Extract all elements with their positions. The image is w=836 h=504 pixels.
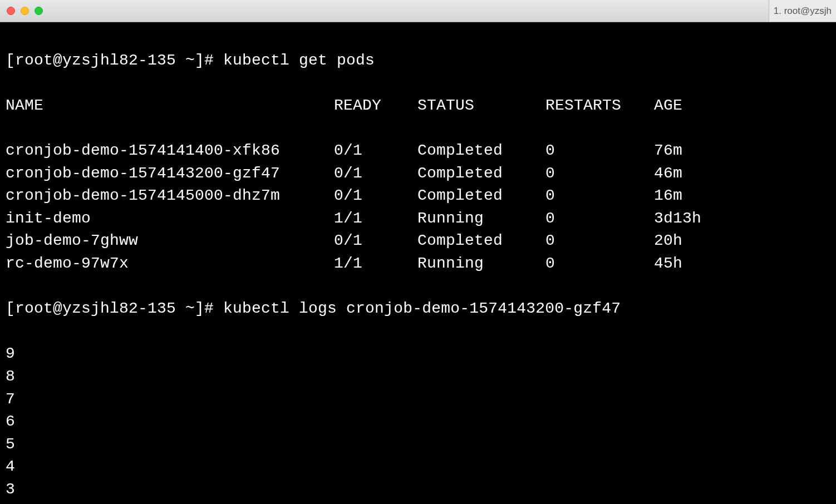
command-text: kubectl logs cronjob-demo-1574143200-gzf… — [223, 298, 621, 320]
window-titlebar: 1. root@yzsjh — [0, 0, 836, 22]
cell-name: rc-demo-97w7x — [6, 253, 334, 275]
table-header-row: NAMEREADYSTATUSRESTARTSAGE — [6, 95, 830, 117]
minimize-icon[interactable] — [21, 7, 29, 15]
cell-age: 76m — [654, 140, 830, 162]
cell-status: Running — [417, 207, 545, 230]
shell-prompt: [root@yzsjhl82-135 ~]# — [6, 50, 223, 72]
traffic-lights — [7, 7, 43, 15]
command-line: [root@yzsjhl82-135 ~]# kubectl logs cron… — [6, 298, 830, 320]
log-line: 5 — [6, 433, 830, 456]
cell-status: Completed — [417, 140, 545, 162]
table-row: init-demo1/1Running03d13h — [6, 207, 830, 230]
cell-name: job-demo-7ghww — [6, 230, 334, 253]
table-row: cronjob-demo-1574145000-dhz7m0/1Complete… — [6, 185, 830, 207]
cell-age: 16m — [654, 185, 830, 207]
cell-ready: 0/1 — [334, 185, 417, 207]
command-text: kubectl get pods — [223, 50, 375, 72]
log-line: 7 — [6, 388, 830, 411]
log-line: 4 — [6, 456, 830, 478]
cell-status: Completed — [417, 230, 545, 253]
cell-age: 20h — [654, 230, 830, 253]
log-line: 6 — [6, 411, 830, 433]
cell-ready: 0/1 — [334, 140, 417, 162]
shell-prompt: [root@yzsjhl82-135 ~]# — [6, 298, 223, 320]
cell-name: cronjob-demo-1574141400-xfk86 — [6, 140, 334, 162]
cell-status: Completed — [417, 185, 545, 207]
terminal-output[interactable]: [root@yzsjhl82-135 ~]# kubectl get pods … — [0, 22, 836, 504]
cell-name: init-demo — [6, 207, 334, 230]
command-line: [root@yzsjhl82-135 ~]# kubectl get pods — [6, 50, 830, 72]
header-status: STATUS — [417, 95, 545, 117]
table-row: cronjob-demo-1574141400-xfk860/1Complete… — [6, 140, 830, 162]
cell-restarts: 0 — [545, 140, 654, 162]
cell-name: cronjob-demo-1574145000-dhz7m — [6, 185, 334, 207]
table-row: cronjob-demo-1574143200-gzf470/1Complete… — [6, 162, 830, 185]
header-restarts: RESTARTS — [545, 95, 654, 117]
close-icon[interactable] — [7, 7, 15, 15]
log-line: 8 — [6, 365, 830, 388]
cell-restarts: 0 — [545, 162, 654, 185]
cell-age: 3d13h — [654, 207, 830, 230]
table-row: job-demo-7ghww0/1Completed020h — [6, 230, 830, 253]
cell-restarts: 0 — [545, 253, 654, 275]
log-line: 9 — [6, 343, 830, 365]
cell-ready: 1/1 — [334, 253, 417, 275]
window-tab-label[interactable]: 1. root@yzsjh — [769, 0, 836, 22]
cell-restarts: 0 — [545, 207, 654, 230]
cell-ready: 0/1 — [334, 230, 417, 253]
cell-name: cronjob-demo-1574143200-gzf47 — [6, 162, 334, 185]
cell-status: Completed — [417, 162, 545, 185]
header-name: NAME — [6, 95, 334, 117]
header-ready: READY — [334, 95, 417, 117]
cell-ready: 1/1 — [334, 207, 417, 230]
cell-ready: 0/1 — [334, 162, 417, 185]
cell-restarts: 0 — [545, 185, 654, 207]
log-line: 2 — [6, 501, 830, 504]
header-age: AGE — [654, 95, 830, 117]
maximize-icon[interactable] — [35, 7, 43, 15]
cell-age: 45h — [654, 253, 830, 275]
table-row: rc-demo-97w7x1/1Running045h — [6, 253, 830, 275]
log-line: 3 — [6, 478, 830, 501]
cell-restarts: 0 — [545, 230, 654, 253]
cell-status: Running — [417, 253, 545, 275]
cell-age: 46m — [654, 162, 830, 185]
